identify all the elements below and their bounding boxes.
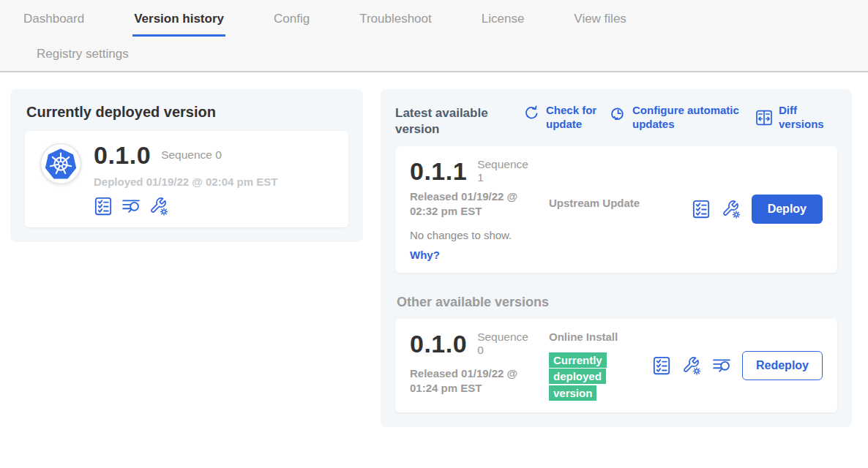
latest-version-number: 0.1.1 — [410, 157, 467, 185]
deployed-version-card: 0.1.0 Sequence 0 Deployed 01/19/22 @ 02:… — [25, 131, 348, 227]
other-version-info: 0.1.0 Sequence 0 Released 01/19/22 @ 01:… — [410, 330, 549, 396]
tab-config[interactable]: Config — [272, 11, 311, 37]
latest-available-title: Latest available version — [395, 105, 496, 137]
diff-icon — [755, 109, 773, 127]
configure-automatic-updates-label: Configure automatic updates — [632, 104, 755, 132]
latest-released-timestamp: Released 01/19/22 @ 02:32 pm EST — [410, 189, 546, 219]
tab-version-history[interactable]: Version history — [132, 11, 225, 37]
latest-version-card: 0.1.1 Sequence 1 Released 01/19/22 @ 02:… — [395, 146, 837, 273]
available-versions-panel: Latest available version Check for updat… — [381, 89, 852, 427]
other-version-actions: Redeploy — [652, 351, 823, 380]
app-nav: Dashboard Version history Config Trouble… — [0, 0, 868, 72]
deployed-sequence-label: Sequence 0 — [161, 148, 222, 162]
check-for-update-label: Check for update — [546, 104, 609, 132]
other-versions-title: Other available versions — [397, 295, 837, 310]
edit-config-icon[interactable] — [722, 200, 741, 219]
other-released-timestamp: Released 01/19/22 @ 01:24 pm EST — [410, 366, 546, 396]
schedule-update-icon — [609, 105, 626, 122]
currently-deployed-panel: Currently deployed version — [10, 89, 363, 242]
other-version-card: 0.1.0 Sequence 0 Released 01/19/22 @ 01:… — [395, 319, 837, 413]
edit-config-icon[interactable] — [149, 197, 168, 216]
preflight-checks-icon[interactable] — [652, 356, 671, 375]
refresh-icon — [523, 105, 540, 122]
other-version-number: 0.1.0 — [410, 330, 467, 358]
deploy-button[interactable]: Deploy — [752, 195, 823, 224]
version-actions: Check for update Configure automatic upd… — [523, 104, 837, 132]
deployed-version-number: 0.1.0 — [94, 141, 151, 169]
other-source-column: Online Install Currently deployed versio… — [549, 330, 647, 402]
tab-registry-settings[interactable]: Registry settings — [35, 47, 130, 69]
main-content: Currently deployed version — [0, 72, 868, 427]
tab-troubleshoot[interactable]: Troubleshoot — [358, 11, 433, 37]
latest-version-actions: Deploy — [692, 195, 823, 224]
why-link[interactable]: Why? — [410, 249, 440, 261]
currently-deployed-title: Currently deployed version — [26, 104, 348, 121]
latest-sequence-label: Sequence 1 — [477, 158, 531, 184]
no-changes-text: No changes to show. — [410, 229, 549, 241]
deploy-logs-icon[interactable] — [712, 356, 731, 375]
configure-automatic-updates-link[interactable]: Configure automatic updates — [609, 104, 755, 132]
deployed-version-info: 0.1.0 Sequence 0 Deployed 01/19/22 @ 02:… — [94, 141, 277, 216]
redeploy-button[interactable]: Redeploy — [742, 351, 823, 380]
check-for-update-link[interactable]: Check for update — [523, 104, 609, 132]
currently-deployed-badge: Currently deployed version — [549, 352, 613, 402]
kubernetes-logo-icon — [40, 143, 82, 185]
other-sequence-label: Sequence 0 — [477, 331, 531, 357]
tab-license[interactable]: License — [480, 11, 526, 37]
deploy-logs-icon[interactable] — [121, 197, 141, 216]
preflight-checks-icon[interactable] — [692, 200, 711, 219]
nav-row-primary: Dashboard Version history Config Trouble… — [0, 0, 868, 37]
available-versions-header: Latest available version Check for updat… — [395, 104, 837, 137]
preflight-checks-icon[interactable] — [94, 197, 113, 216]
nav-row-secondary: Registry settings — [0, 37, 868, 71]
edit-config-icon[interactable] — [682, 356, 701, 375]
diff-versions-link[interactable]: Diff versions — [755, 104, 837, 132]
latest-version-info: 0.1.1 Sequence 1 Released 01/19/22 @ 02:… — [410, 157, 549, 262]
other-source-label: Online Install — [549, 330, 647, 344]
latest-source-label: Upstream Update — [549, 157, 647, 211]
deployed-timestamp: Deployed 01/19/22 @ 02:04 pm EST — [94, 176, 277, 188]
tab-view-files[interactable]: View files — [572, 11, 628, 37]
diff-versions-label: Diff versions — [779, 104, 837, 132]
tab-dashboard[interactable]: Dashboard — [22, 11, 86, 37]
